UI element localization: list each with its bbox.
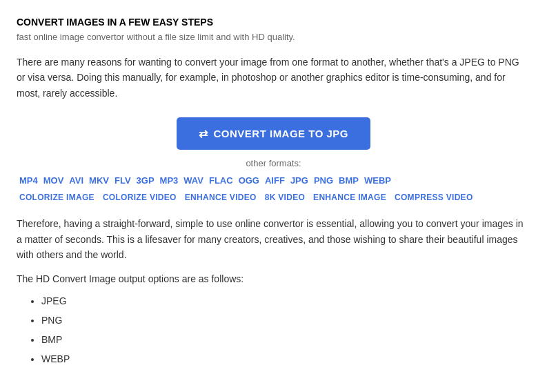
description-1: There are many reasons for wanting to co… [17, 55, 530, 101]
list-title: The HD Convert Image output options are … [17, 273, 530, 284]
format-links-container: MP4MOVAVIMKVFLV3GPMP3WAVFLACOGGAIFFJPGPN… [17, 175, 530, 186]
format-link-flac[interactable]: FLAC [209, 175, 233, 186]
format-link-jpg[interactable]: JPG [290, 175, 308, 186]
page-title: CONVERT IMAGES IN A FEW EASY STEPS [17, 17, 530, 28]
convert-button-label: CONVERT IMAGE TO JPG [213, 128, 348, 139]
output-list: JPEGPNGBMPWEBP [17, 291, 530, 369]
convert-icon: ⇄ [199, 127, 208, 140]
format-link-avi[interactable]: AVI [69, 175, 83, 186]
tool-link-colorize-video[interactable]: COLORIZE VIDEO [103, 193, 177, 202]
tool-link-colorize-image[interactable]: COLORIZE IMAGE [19, 193, 95, 202]
tool-link-enhance-video[interactable]: ENHANCE VIDEO [185, 193, 257, 202]
format-link-flv[interactable]: FLV [115, 175, 131, 186]
description-2: Therefore, having a straight-forward, si… [17, 216, 530, 262]
format-link-mkv[interactable]: MKV [89, 175, 109, 186]
convert-button-wrapper: ⇄ CONVERT IMAGE TO JPG [17, 117, 530, 150]
format-link-mp3[interactable]: MP3 [160, 175, 179, 186]
tool-link-compress-video[interactable]: COMPRESS VIDEO [395, 193, 473, 202]
convert-image-button[interactable]: ⇄ CONVERT IMAGE TO JPG [177, 117, 370, 150]
output-list-item: WEBP [41, 349, 530, 369]
output-list-item: JPEG [41, 291, 530, 311]
format-link-mov[interactable]: MOV [43, 175, 64, 186]
format-link-mp4[interactable]: MP4 [19, 175, 38, 186]
output-list-item: PNG [41, 311, 530, 330]
tool-link-8k-video[interactable]: 8K VIDEO [265, 193, 305, 202]
format-link-wav[interactable]: WAV [183, 175, 203, 186]
format-link-webp[interactable]: WEBP [364, 175, 391, 186]
tool-links-container: COLORIZE IMAGECOLORIZE VIDEOENHANCE VIDE… [17, 193, 530, 202]
format-link-ogg[interactable]: OGG [239, 175, 259, 186]
format-link-aiff[interactable]: AIFF [265, 175, 285, 186]
other-formats-label: other formats: [17, 158, 530, 168]
tool-link-enhance-image[interactable]: ENHANCE IMAGE [313, 193, 386, 202]
format-link-3gp[interactable]: 3GP [137, 175, 155, 186]
output-list-item: BMP [41, 330, 530, 349]
format-link-bmp[interactable]: BMP [339, 175, 359, 186]
format-link-png[interactable]: PNG [314, 175, 333, 186]
subtitle: fast online image convertor without a fi… [17, 32, 530, 42]
